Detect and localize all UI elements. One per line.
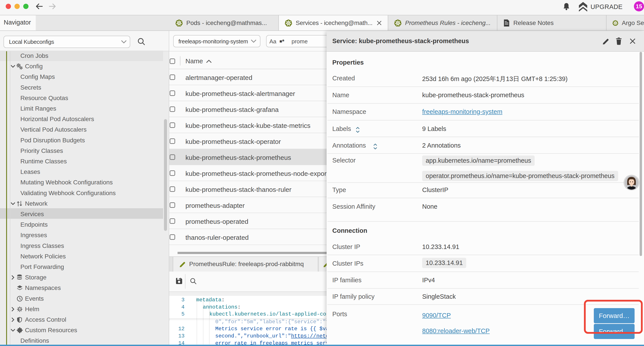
svg-text:HELM: HELM bbox=[18, 308, 22, 310]
